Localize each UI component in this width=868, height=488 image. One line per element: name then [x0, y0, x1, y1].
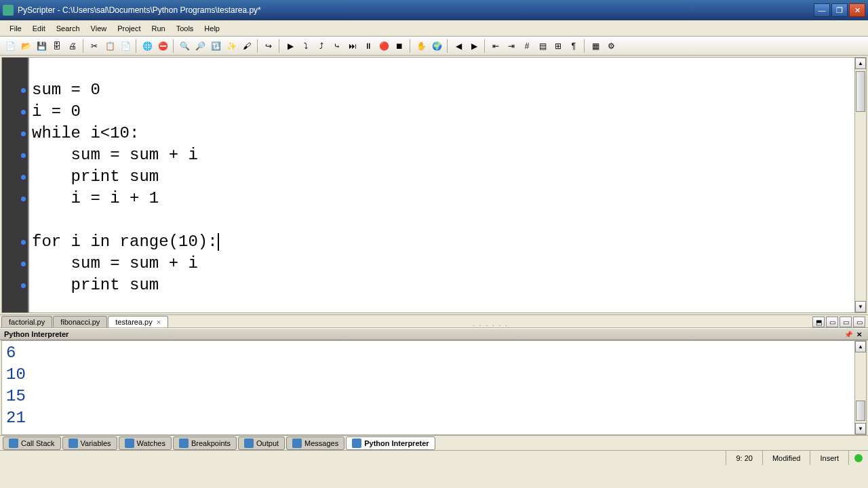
bottom-tab-python-interpreter[interactable]: Python Interpreter: [346, 436, 435, 450]
bottom-tab-call-stack[interactable]: Call Stack: [3, 436, 61, 450]
list-button[interactable]: ▤: [535, 39, 550, 54]
tab-icon: [352, 439, 361, 448]
tab-icon: [179, 439, 189, 448]
outdent-button[interactable]: ⇤: [488, 39, 503, 54]
new-file-button[interactable]: 📄: [3, 39, 18, 54]
code-line[interactable]: sum = 0: [32, 79, 852, 101]
save-button[interactable]: 💾: [34, 39, 49, 54]
editor-tab[interactable]: factorial.py: [1, 316, 52, 327]
bottom-tab-messages[interactable]: Messages: [286, 436, 344, 450]
interpreter-output[interactable]: 6 10 15 21: [2, 341, 854, 434]
goto-button[interactable]: ↪: [261, 39, 276, 54]
code-content[interactable]: sum = 0i = 0while i<10: sum = sum + i pr…: [29, 58, 854, 312]
code-line[interactable]: sum = sum + i: [32, 144, 852, 166]
editor-tab[interactable]: testarea.py×: [108, 316, 168, 327]
tab-icon: [244, 439, 254, 448]
interpreter-scrollbar[interactable]: ▲ ▼: [854, 341, 866, 434]
stop2-button[interactable]: ⏹: [392, 39, 407, 54]
app-icon: [3, 5, 14, 16]
tabstrip-button-1[interactable]: ▭: [826, 317, 838, 327]
interpreter-panel-header: Python Interpreter 📌 ✕: [0, 328, 868, 340]
title-bar: PyScripter - C:\Users\sal\Documents\Pyth…: [0, 0, 868, 20]
code-line[interactable]: print sum: [32, 166, 852, 188]
pin-icon[interactable]: 📌: [844, 329, 853, 339]
scroll-thumb[interactable]: [856, 71, 865, 112]
code-line[interactable]: print sum: [32, 274, 852, 296]
bottom-tab-strip: Call StackVariablesWatchesBreakpointsOut…: [0, 435, 868, 450]
tab-icon: [292, 439, 302, 448]
paste-button[interactable]: 📄: [118, 39, 133, 54]
step-out-button[interactable]: ⤷: [330, 39, 344, 54]
play-button[interactable]: ▶: [283, 39, 298, 54]
back-button[interactable]: ◀: [451, 39, 466, 54]
bottom-tab-breakpoints[interactable]: Breakpoints: [173, 436, 237, 450]
menu-tools[interactable]: Tools: [171, 22, 199, 35]
cut-button[interactable]: ✂: [87, 39, 102, 54]
editor-scrollbar[interactable]: ▲ ▼: [854, 58, 866, 312]
scroll-up-icon[interactable]: ▲: [855, 58, 866, 69]
indent-button[interactable]: ⇥: [504, 39, 519, 54]
menu-file[interactable]: File: [4, 22, 27, 35]
highlight-button[interactable]: ✨: [224, 39, 239, 54]
code-line[interactable]: i = 0: [32, 101, 852, 123]
scroll-thumb[interactable]: [856, 401, 865, 421]
code-line[interactable]: while i<10:: [32, 123, 852, 144]
menu-run[interactable]: Run: [146, 22, 170, 35]
tabstrip-button-2[interactable]: ▭: [840, 317, 852, 327]
status-indicator-icon: [854, 454, 863, 462]
format-button[interactable]: ⊞: [551, 39, 566, 54]
globe-button[interactable]: 🌍: [429, 39, 444, 54]
scroll-down-icon[interactable]: ▼: [855, 301, 866, 312]
code-line[interactable]: [32, 58, 852, 79]
breakpoint-button[interactable]: 🔴: [376, 39, 391, 54]
menu-search[interactable]: Search: [51, 22, 85, 35]
print-button[interactable]: 🖨: [65, 39, 80, 54]
maximize-button[interactable]: ❐: [831, 3, 848, 17]
grid-button[interactable]: ▦: [588, 39, 603, 54]
step-into-button[interactable]: ⤵: [298, 39, 313, 54]
brush-button[interactable]: 🖌: [239, 39, 254, 54]
forward-button[interactable]: ▶: [467, 39, 481, 54]
scroll-down-icon[interactable]: ▼: [855, 423, 866, 434]
editor-tab-strip: factorial.pyfibonacci.pytestarea.py×. . …: [0, 314, 868, 328]
code-editor[interactable]: sum = 0i = 0while i<10: sum = sum + i pr…: [1, 57, 867, 313]
run-to-button[interactable]: ⏭: [345, 39, 360, 54]
menu-view[interactable]: View: [85, 22, 113, 35]
panel-close-icon[interactable]: ✕: [854, 329, 864, 339]
editor-tab[interactable]: fibonacci.py: [53, 316, 107, 327]
code-line[interactable]: sum = sum + i: [32, 253, 852, 274]
copy-button[interactable]: 📋: [102, 39, 117, 54]
menu-edit[interactable]: Edit: [27, 22, 51, 35]
replace-button[interactable]: 🔃: [208, 39, 223, 54]
pause-button[interactable]: ⏸: [361, 39, 376, 54]
run-browser-button[interactable]: 🌐: [140, 39, 155, 54]
tab-close-icon[interactable]: ×: [157, 318, 161, 326]
code-line[interactable]: for i in range(10):: [32, 231, 852, 253]
hash-button[interactable]: #: [519, 39, 534, 54]
tabstrip-button-0[interactable]: ⬒: [812, 317, 825, 327]
cursor-position: 9: 20: [726, 451, 762, 465]
scroll-up-icon[interactable]: ▲: [855, 341, 866, 352]
minimize-button[interactable]: —: [814, 3, 830, 17]
hand-button[interactable]: ✋: [414, 39, 429, 54]
menu-help[interactable]: Help: [199, 22, 225, 35]
prefs-button[interactable]: ⚙: [604, 39, 618, 54]
close-button[interactable]: ✕: [849, 3, 865, 17]
save-all-button[interactable]: 🗄: [50, 39, 64, 54]
tabstrip-button-3[interactable]: ▭: [853, 317, 865, 327]
find-button[interactable]: 🔍: [177, 39, 192, 54]
toolbar: 📄📂💾🗄🖨✂📋📄🌐⛔🔍🔎🔃✨🖌↪▶⤵⤴⤷⏭⏸🔴⏹✋🌍◀▶⇤⇥#▤⊞¶▦⚙: [0, 37, 868, 56]
code-line[interactable]: [32, 209, 852, 231]
interpreter-panel[interactable]: 6 10 15 21 ▲ ▼: [1, 340, 867, 435]
step-over-button[interactable]: ⤴: [314, 39, 329, 54]
bottom-tab-watches[interactable]: Watches: [119, 436, 172, 450]
paragraph-button[interactable]: ¶: [566, 39, 581, 54]
bottom-tab-variables[interactable]: Variables: [62, 436, 117, 450]
code-line[interactable]: i = i + 1: [32, 188, 852, 209]
bottom-tab-output[interactable]: Output: [238, 436, 285, 450]
status-bar: 9: 20 Modified Insert: [0, 450, 868, 465]
open-file-button[interactable]: 📂: [18, 39, 33, 54]
find-next-button[interactable]: 🔎: [193, 39, 208, 54]
menu-project[interactable]: Project: [112, 22, 146, 35]
stop-browser-button[interactable]: ⛔: [155, 39, 170, 54]
